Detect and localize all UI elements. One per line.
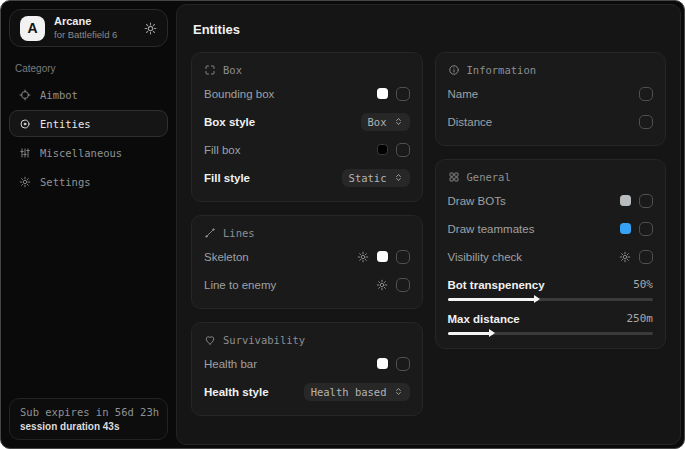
diagonal-line-icon [204,227,216,239]
dropdown-value: Health based [311,386,387,398]
panel-box: Box Bounding box Box style Box [191,52,423,202]
draw-teammates-checkbox[interactable] [639,222,653,236]
app-title: Arcane [54,15,117,29]
panel-box-header: Box [204,64,410,76]
setting-row-visibility-check: Visibility check [448,246,654,267]
color-swatch[interactable] [377,88,388,99]
visibility-check-checkbox[interactable] [639,250,653,264]
sidebar-item-entities[interactable]: Entities [9,110,168,137]
setting-row-fill-box: Fill box [204,139,410,160]
panel-information: Information Name Distance [435,52,667,146]
max-distance-slider[interactable] [448,332,654,335]
color-swatch[interactable] [377,358,388,369]
sidebar-item-aimbot[interactable]: Aimbot [9,81,168,108]
panel-lines: Lines Skeleton Line to enemy [191,215,423,309]
setting-row-health-bar: Health bar [204,353,410,374]
bounding-box-checkbox[interactable] [396,87,410,101]
name-checkbox[interactable] [639,87,653,101]
setting-row-health-style: Health style Health based [204,381,410,402]
setting-row-fill-style: Fill style Static [204,167,410,188]
setting-row-draw-bots: Draw BOTs [448,190,654,211]
distance-checkbox[interactable] [639,115,653,129]
visibility-config-gear-icon[interactable] [619,251,631,263]
panel-header-label: Lines [223,227,255,239]
app-identity: Arcane for Battlefield 6 [54,15,117,41]
fill-style-dropdown[interactable]: Static [342,169,410,187]
sidebar-item-label: Aimbot [40,89,78,101]
crosshair-icon [19,89,31,101]
skeleton-config-gear-icon[interactable] [357,251,369,263]
color-swatch[interactable] [620,195,631,206]
max-distance-value: 250m [627,312,654,325]
settings-gear-icon[interactable] [144,22,157,35]
sliders-icon [19,147,31,159]
sidebar-item-settings[interactable]: Settings [9,168,168,195]
setting-row-bounding-box: Bounding box [204,83,410,104]
fill-box-checkbox[interactable] [396,143,410,157]
color-swatch[interactable] [377,144,388,155]
chevron-up-down-icon [394,172,403,183]
category-label: Category [15,63,162,74]
health-style-dropdown[interactable]: Health based [304,383,410,401]
panel-header-label: Box [223,64,242,76]
panel-information-header: Information [448,64,654,76]
bot-transparency-slider[interactable] [448,298,654,301]
panel-general: General Draw BOTs Draw teammates [435,159,667,349]
health-bar-checkbox[interactable] [396,357,410,371]
box-style-dropdown[interactable]: Box [361,113,410,131]
dropdown-value: Box [368,116,387,128]
heart-icon [204,334,216,346]
subscription-card: Sub expires in 56d 23h session duration … [9,398,168,440]
gear-icon [19,176,31,188]
dropdown-value: Static [349,172,387,184]
slider-thumb-arrow[interactable] [534,295,540,303]
panel-general-header: General [448,171,654,183]
max-distance-setting: Max distance 250m [448,312,654,335]
setting-row-line-to-enemy: Line to enemy [204,274,410,295]
draw-bots-checkbox[interactable] [639,194,653,208]
grid-icon [448,171,460,183]
main-content: Entities Box Bounding box [176,4,681,445]
app-logo: A [20,16,45,41]
line-to-enemy-checkbox[interactable] [396,278,410,292]
sub-expiry-text: Sub expires in 56d 23h [20,406,157,418]
color-swatch[interactable] [620,223,631,234]
panel-survivability-header: Survivability [204,334,410,346]
setting-row-distance: Distance [448,111,654,132]
chevron-up-down-icon [394,386,403,397]
session-duration-text: session duration 43s [20,421,157,432]
skeleton-checkbox[interactable] [396,250,410,264]
box-corners-icon [204,64,216,76]
sidebar-item-label: Settings [40,176,91,188]
app-subtitle: for Battlefield 6 [54,29,117,41]
sidebar-item-label: Miscellaneous [40,147,122,159]
sidebar-item-label: Entities [40,118,91,130]
panel-lines-header: Lines [204,227,410,239]
setting-row-box-style: Box style Box [204,111,410,132]
chevron-up-down-icon [394,116,403,127]
app-logo-card: A Arcane for Battlefield 6 [9,9,168,47]
bot-transparency-value: 50% [633,278,653,291]
page-title: Entities [193,22,664,37]
slider-thumb-arrow[interactable] [489,329,495,337]
entities-icon [19,118,31,130]
line-to-enemy-config-gear-icon[interactable] [376,279,388,291]
setting-row-name: Name [448,83,654,104]
sidebar: A Arcane for Battlefield 6 Category Aimb… [1,1,176,448]
panel-header-label: General [467,171,511,183]
right-column: Information Name Distance [435,52,667,349]
sidebar-item-miscellaneous[interactable]: Miscellaneous [9,139,168,166]
panel-header-label: Information [467,64,537,76]
panel-survivability: Survivability Health bar Health style He… [191,322,423,416]
info-icon [448,64,460,76]
setting-row-skeleton: Skeleton [204,246,410,267]
color-swatch[interactable] [377,251,388,262]
app-window: A Arcane for Battlefield 6 Category Aimb… [0,0,685,449]
setting-row-draw-teammates: Draw teammates [448,218,654,239]
left-column: Box Bounding box Box style Box [191,52,423,416]
panel-header-label: Survivability [223,334,305,346]
bot-transparency-setting: Bot transpenency 50% [448,278,654,301]
